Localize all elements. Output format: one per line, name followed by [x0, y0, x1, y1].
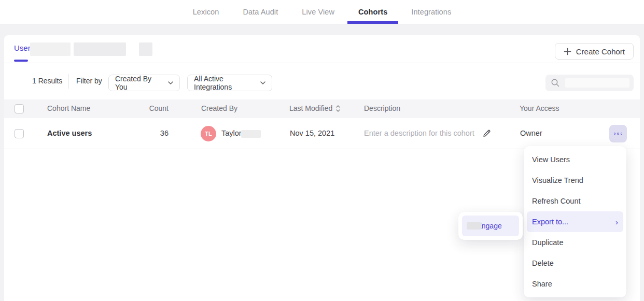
- menu-item-export-to[interactable]: Export to... ›: [527, 211, 623, 232]
- search-icon: [551, 78, 560, 88]
- redacted-surname: [241, 130, 261, 138]
- select-all-checkbox[interactable]: [15, 104, 24, 113]
- description-placeholder[interactable]: Enter a description for this cohort: [364, 129, 474, 137]
- redacted-tab: [30, 42, 71, 56]
- menu-item-view-users[interactable]: View Users: [524, 149, 626, 170]
- integrations-dropdown-value: All Active Integrations: [194, 75, 255, 91]
- header-your-access: Your Access: [520, 104, 559, 112]
- header-cohort-name: Cohort Name: [47, 104, 90, 112]
- created-by-name: Taylor: [221, 129, 242, 137]
- filter-bar: 1 Results Filter by Created By You All A…: [4, 63, 640, 99]
- redacted-submenu-text: [467, 222, 481, 230]
- search-input[interactable]: [545, 75, 634, 91]
- nav-tab-integrations[interactable]: Integrations: [410, 0, 453, 24]
- integrations-dropdown[interactable]: All Active Integrations: [187, 75, 272, 91]
- header-last-modified[interactable]: Last Modified: [289, 104, 340, 112]
- created-by-dropdown-value: Created By You: [115, 75, 163, 91]
- cohort-type-tabs: User Create Cohort: [4, 35, 640, 63]
- access-level: Owner: [520, 129, 542, 137]
- header-count: Count: [123, 104, 169, 112]
- export-submenu: MoEngage: [458, 212, 523, 240]
- row-checkbox[interactable]: [15, 129, 24, 138]
- redacted-tab: [74, 42, 126, 56]
- cohort-count: 36: [123, 129, 169, 137]
- create-cohort-label: Create Cohort: [576, 47, 625, 56]
- dots-icon: [621, 133, 623, 135]
- header-description: Description: [364, 104, 400, 112]
- header-created-by: Created By: [201, 104, 237, 112]
- create-cohort-button[interactable]: Create Cohort: [555, 43, 634, 60]
- table-row: Active users 36 TL Taylor Nov 15, 2021 E…: [4, 118, 640, 149]
- chevron-down-icon: [260, 81, 265, 84]
- sort-icon: [336, 105, 340, 112]
- row-actions-button[interactable]: [609, 125, 627, 142]
- dots-icon: [614, 133, 616, 135]
- nav-tab-live-view[interactable]: Live View: [300, 0, 336, 24]
- tab-user[interactable]: User: [14, 44, 31, 52]
- menu-item-delete[interactable]: Delete: [524, 253, 626, 274]
- divider: [68, 74, 69, 89]
- nav-tab-lexicon[interactable]: Lexicon: [191, 0, 221, 24]
- redacted-tab: [139, 42, 152, 56]
- chevron-down-icon: [168, 81, 173, 84]
- avatar: TL: [201, 126, 216, 141]
- redacted-search-text: [565, 78, 629, 88]
- table-header: Cohort Name Count Created By Last Modifi…: [4, 99, 640, 118]
- created-by-dropdown[interactable]: Created By You: [108, 75, 180, 91]
- menu-item-share[interactable]: Share: [524, 274, 626, 294]
- top-navigation: Lexicon Data Audit Live View Cohorts Int…: [0, 0, 644, 24]
- menu-item-export-to-label: Export to...: [532, 218, 568, 226]
- active-tab-underline: [14, 60, 28, 62]
- last-modified-date: Nov 15, 2021: [290, 129, 334, 137]
- menu-item-visualize-trend[interactable]: Visualize Trend: [524, 170, 626, 191]
- submenu-item-moengage[interactable]: MoEngage: [462, 216, 519, 236]
- header-last-modified-label: Last Modified: [289, 104, 332, 112]
- pencil-icon: [482, 128, 492, 138]
- results-count: 1 Results: [32, 77, 62, 85]
- menu-item-refresh-count[interactable]: Refresh Count: [524, 191, 626, 211]
- menu-item-duplicate[interactable]: Duplicate: [524, 232, 626, 253]
- filter-by-label: Filter by: [76, 77, 102, 85]
- edit-description-button[interactable]: [482, 128, 492, 140]
- cohort-name-link[interactable]: Active users: [47, 129, 92, 137]
- nav-tab-cohorts[interactable]: Cohorts: [357, 0, 389, 24]
- dots-icon: [617, 133, 619, 135]
- plus-icon: [564, 48, 571, 55]
- cohorts-page: Lexicon Data Audit Live View Cohorts Int…: [0, 0, 644, 301]
- nav-tab-data-audit[interactable]: Data Audit: [241, 0, 279, 24]
- chevron-right-icon: ›: [615, 218, 618, 226]
- row-actions-menu: View Users Visualize Trend Refresh Count…: [524, 146, 626, 297]
